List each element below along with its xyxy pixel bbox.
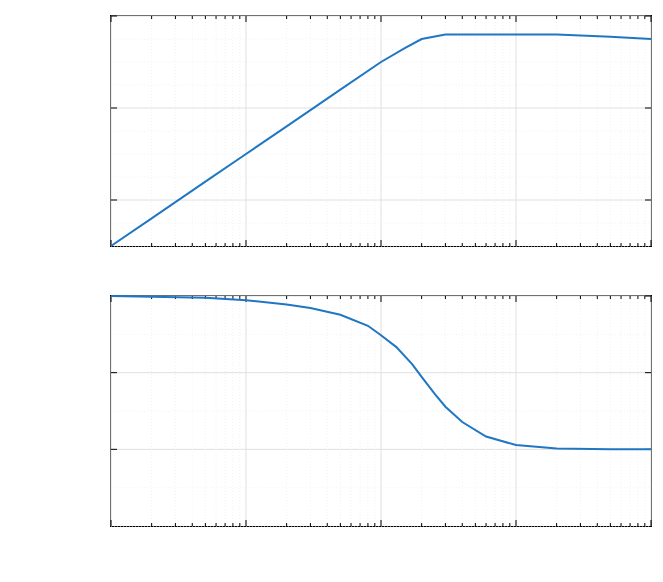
phase-svg: [111, 296, 651, 526]
page: [0, 0, 663, 582]
phase-axes: [110, 295, 652, 527]
magnitude-svg: [111, 16, 651, 246]
magnitude-axes: [110, 15, 652, 247]
